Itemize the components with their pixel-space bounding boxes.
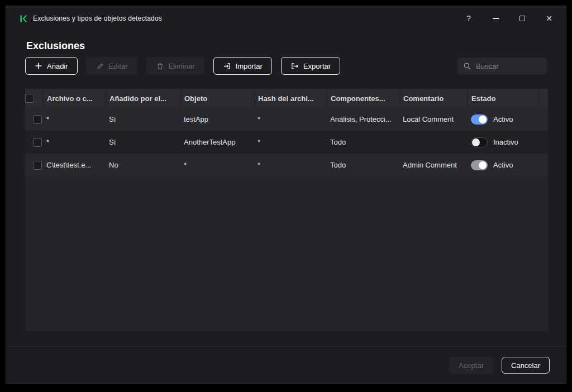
table-row[interactable]: * Sí AnotherTestApp * Todo Inactivo — [25, 131, 548, 154]
window-controls: ? ✕ — [455, 6, 563, 31]
cell-added-by: Sí — [106, 115, 180, 123]
app-window: Exclusiones y tipos de objetos detectado… — [6, 6, 566, 384]
status-label: Inactivo — [493, 138, 518, 146]
window-title: Exclusiones y tipos de objetos detectado… — [33, 15, 162, 22]
column-header-spacer — [538, 89, 548, 108]
maximize-icon — [519, 16, 525, 21]
help-button[interactable]: ? — [455, 6, 482, 31]
import-icon — [223, 62, 231, 70]
maximize-button[interactable] — [509, 6, 536, 31]
minimize-button[interactable] — [482, 6, 509, 31]
export-button[interactable]: Exportar — [281, 57, 340, 75]
status-toggle[interactable] — [471, 137, 488, 147]
cell-object: AnotherTestApp — [180, 138, 254, 146]
column-header-object[interactable]: Objeto — [180, 89, 254, 108]
row-checkbox[interactable] — [33, 161, 42, 170]
cell-components: Análisis, Protecci... — [327, 115, 399, 123]
export-button-label: Exportar — [303, 62, 331, 70]
cell-added-by: Sí — [106, 138, 180, 146]
window-titlebar: Exclusiones y tipos de objetos detectado… — [6, 6, 566, 31]
search-input[interactable] — [476, 62, 541, 70]
add-button-label: Añadir — [47, 62, 68, 70]
import-button[interactable]: Importar — [213, 57, 272, 75]
search-icon — [463, 62, 471, 70]
close-button[interactable]: ✕ — [536, 6, 563, 31]
toggle-knob — [479, 116, 487, 123]
cell-file: * — [43, 138, 106, 146]
delete-button-label: Eliminar — [169, 62, 195, 70]
toggle-knob — [472, 138, 480, 146]
cell-components: Todo — [327, 138, 399, 146]
table-body: * Sí testApp * Análisis, Protecci... Loc… — [25, 108, 548, 331]
row-checkbox[interactable] — [33, 115, 42, 124]
accept-button[interactable]: Aceptar — [449, 357, 493, 374]
cell-object: testApp — [180, 115, 254, 123]
table-row[interactable]: C\test\test.e... No * * Todo Admin Comme… — [25, 154, 548, 176]
edit-button-label: Editar — [109, 62, 128, 70]
toggle-knob — [479, 161, 487, 169]
cell-status: Activo — [468, 160, 538, 170]
select-all-checkbox[interactable] — [25, 94, 34, 103]
column-header-status[interactable]: Estado — [468, 89, 538, 108]
status-toggle[interactable] — [471, 160, 488, 170]
table-row[interactable]: * Sí testApp * Análisis, Protecci... Loc… — [25, 108, 548, 131]
page-title: Exclusiones — [26, 40, 85, 52]
kaspersky-logo-icon — [18, 14, 27, 23]
status-label: Activo — [493, 161, 513, 169]
footer: Aceptar Cancelar — [6, 346, 566, 384]
import-button-label: Importar — [236, 62, 263, 70]
cell-hash: * — [254, 161, 327, 169]
delete-button[interactable]: Eliminar — [146, 57, 204, 75]
cell-status: Activo — [468, 114, 538, 125]
exclusions-table: Archivo o c... Añadido por el... Objeto … — [25, 89, 548, 331]
column-header-comment[interactable]: Comentario — [399, 89, 468, 108]
export-icon — [290, 62, 299, 70]
trash-icon — [156, 62, 164, 70]
cell-file: * — [43, 115, 106, 123]
cell-comment: Local Comment — [399, 115, 468, 123]
cancel-button[interactable]: Cancelar — [502, 357, 550, 374]
search-box — [457, 58, 547, 74]
cell-object: * — [180, 161, 254, 169]
column-header-hash[interactable]: Hash del archi... — [254, 89, 327, 108]
plus-icon — [35, 62, 42, 70]
column-header-added-by[interactable]: Añadido por el... — [106, 89, 180, 108]
status-label: Activo — [493, 115, 513, 123]
toolbar: Añadir Editar Eliminar Importar Exportar — [25, 57, 547, 75]
add-button[interactable]: Añadir — [25, 57, 78, 75]
cell-hash: * — [254, 115, 327, 123]
edit-button[interactable]: Editar — [87, 57, 137, 75]
column-header-components[interactable]: Componentes... — [327, 89, 399, 108]
minimize-icon — [493, 18, 499, 19]
status-toggle[interactable] — [471, 114, 488, 125]
cell-status: Inactivo — [468, 137, 538, 147]
table-header: Archivo o c... Añadido por el... Objeto … — [25, 89, 548, 108]
cell-file: C\test\test.e... — [43, 161, 106, 169]
row-checkbox[interactable] — [33, 138, 42, 147]
cell-added-by: No — [106, 161, 180, 169]
cell-components: Todo — [327, 161, 399, 169]
pencil-icon — [96, 62, 104, 70]
cell-hash: * — [254, 138, 327, 146]
cell-comment: Admin Comment — [399, 161, 468, 169]
column-header-file[interactable]: Archivo o c... — [43, 89, 106, 108]
